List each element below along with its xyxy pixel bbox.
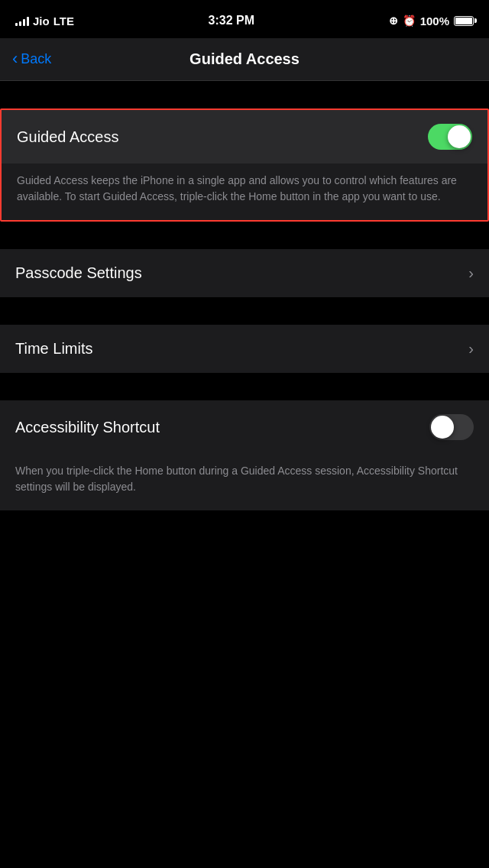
back-button[interactable]: ‹ Back — [12, 51, 51, 67]
time-limits-section: Time Limits › — [0, 325, 489, 373]
network-label: LTE — [53, 15, 74, 28]
time-label: 3:32 PM — [209, 14, 254, 28]
guided-access-toggle[interactable] — [428, 124, 472, 150]
shortcut-toggle-track — [429, 414, 474, 440]
section-gap-2 — [0, 222, 489, 249]
nav-bar: ‹ Back Guided Access — [0, 38, 489, 81]
status-right: ⊕ ⏰ 100% — [389, 15, 474, 28]
location-icon: ⊕ — [389, 15, 398, 27]
toggle-track — [428, 124, 472, 150]
passcode-settings-row[interactable]: Passcode Settings › — [0, 249, 489, 297]
carrier-label: Jio — [33, 15, 50, 28]
time-limits-chevron-icon: › — [468, 340, 474, 358]
status-bar: Jio LTE 3:32 PM ⊕ ⏰ 100% — [0, 0, 489, 38]
accessibility-shortcut-label: Accessibility Shortcut — [15, 419, 160, 436]
time-limits-label: Time Limits — [15, 340, 92, 358]
section-gap-4 — [0, 373, 489, 400]
battery-icon — [454, 16, 474, 26]
content: Guided Access Guided Access keeps the iP… — [0, 81, 489, 510]
accessibility-shortcut-row: Accessibility Shortcut — [0, 400, 489, 454]
accessibility-shortcut-section: Accessibility Shortcut When you triple-c… — [0, 400, 489, 510]
back-chevron-icon: ‹ — [12, 50, 18, 67]
guided-access-description: Guided Access keeps the iPhone in a sing… — [2, 164, 487, 220]
battery-percent-label: 100% — [420, 15, 449, 28]
passcode-settings-label: Passcode Settings — [15, 264, 142, 282]
section-gap-3 — [0, 297, 489, 325]
alarm-icon: ⏰ — [403, 15, 416, 27]
back-label: Back — [21, 51, 51, 67]
accessibility-shortcut-description: When you triple-click the Home button du… — [0, 454, 489, 510]
section-gap-1 — [0, 81, 489, 108]
page-title: Guided Access — [189, 50, 300, 68]
toggle-thumb — [448, 125, 471, 148]
shortcut-toggle-thumb — [431, 416, 454, 439]
accessibility-shortcut-toggle[interactable] — [429, 414, 474, 440]
passcode-chevron-icon: › — [468, 264, 474, 282]
guided-access-section: Guided Access Guided Access keeps the iP… — [0, 108, 489, 222]
guided-access-label: Guided Access — [17, 128, 118, 146]
time-limits-row[interactable]: Time Limits › — [0, 325, 489, 373]
passcode-settings-section: Passcode Settings › — [0, 249, 489, 297]
guided-access-toggle-row: Guided Access — [2, 110, 487, 164]
signal-bars-icon — [15, 15, 29, 26]
status-left: Jio LTE — [15, 15, 74, 28]
